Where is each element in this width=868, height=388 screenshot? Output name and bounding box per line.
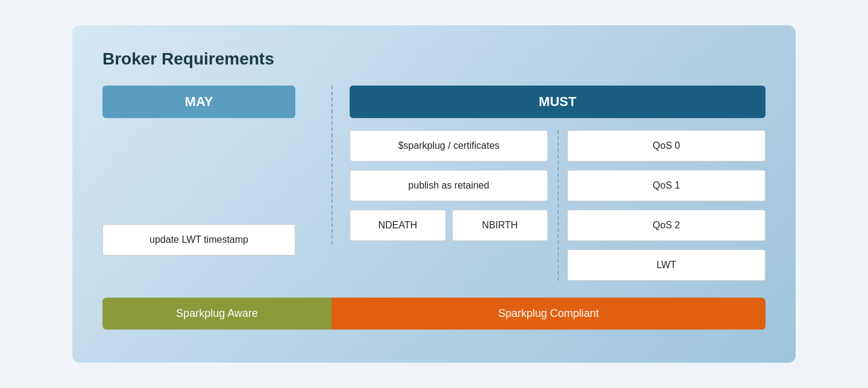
bar-sparkplug-aware: Sparkplug Aware xyxy=(102,298,332,330)
may-spacer-2 xyxy=(102,161,313,193)
may-item-lwt-timestamp: update LWT timestamp xyxy=(102,224,295,255)
must-item-publish-retained: publish as retained xyxy=(350,170,548,201)
must-header: MUST xyxy=(350,86,766,118)
may-spacer-1 xyxy=(102,130,313,161)
must-item-qos0: QoS 0 xyxy=(567,130,766,161)
must-item-ndeath-nbirth: NDEATH NBIRTH xyxy=(350,210,548,241)
must-item-qos1: QoS 1 xyxy=(567,170,766,201)
card-title: Broker Requirements xyxy=(102,49,766,69)
must-inner-grid: $sparkplug / certificates publish as ret… xyxy=(350,130,766,281)
must-item-nbirth: NBIRTH xyxy=(452,210,549,241)
must-item-sparkplug-certificates: $sparkplug / certificates xyxy=(350,130,548,161)
must-item-ndeath: NDEATH xyxy=(350,210,446,241)
main-grid: MAY update LWT timestamp MUST $sparkplug… xyxy=(102,86,766,281)
must-column: MUST $sparkplug / certificates publish a… xyxy=(332,86,766,281)
must-item-qos2: QoS 2 xyxy=(567,210,766,241)
bar-sparkplug-compliant: Sparkplug Compliant xyxy=(332,298,766,330)
broker-requirements-card: Broker Requirements MAY update LWT times… xyxy=(72,25,796,363)
must-right: QoS 0 QoS 1 QoS 2 LWT xyxy=(558,130,766,281)
must-item-lwt: LWT xyxy=(567,249,766,281)
may-header: MAY xyxy=(102,86,295,118)
may-column: MAY update LWT timestamp xyxy=(102,86,332,281)
may-spacer-3 xyxy=(102,193,313,224)
must-left-spacer xyxy=(350,249,548,281)
must-left: $sparkplug / certificates publish as ret… xyxy=(350,130,558,281)
bottom-bar: Sparkplug Aware Sparkplug Compliant xyxy=(102,298,766,330)
